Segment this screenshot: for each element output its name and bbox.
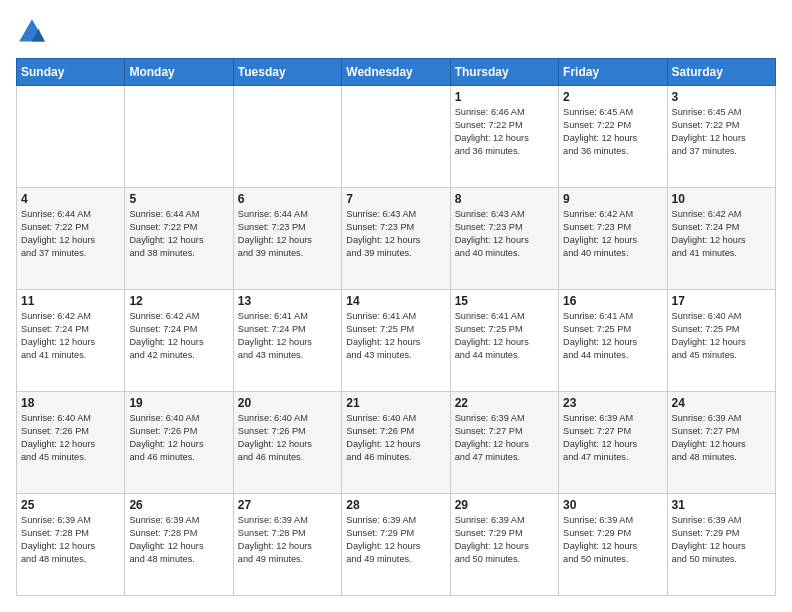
day-number: 8 bbox=[455, 192, 554, 206]
calendar-cell: 30Sunrise: 6:39 AM Sunset: 7:29 PM Dayli… bbox=[559, 494, 667, 596]
calendar-header-sunday: Sunday bbox=[17, 59, 125, 86]
day-number: 27 bbox=[238, 498, 337, 512]
day-info: Sunrise: 6:39 AM Sunset: 7:28 PM Dayligh… bbox=[129, 514, 228, 566]
day-number: 30 bbox=[563, 498, 662, 512]
day-number: 15 bbox=[455, 294, 554, 308]
day-info: Sunrise: 6:41 AM Sunset: 7:25 PM Dayligh… bbox=[346, 310, 445, 362]
day-info: Sunrise: 6:42 AM Sunset: 7:24 PM Dayligh… bbox=[21, 310, 120, 362]
day-number: 7 bbox=[346, 192, 445, 206]
day-info: Sunrise: 6:39 AM Sunset: 7:27 PM Dayligh… bbox=[455, 412, 554, 464]
calendar-week-row: 1Sunrise: 6:46 AM Sunset: 7:22 PM Daylig… bbox=[17, 86, 776, 188]
day-number: 5 bbox=[129, 192, 228, 206]
day-number: 6 bbox=[238, 192, 337, 206]
calendar-cell: 20Sunrise: 6:40 AM Sunset: 7:26 PM Dayli… bbox=[233, 392, 341, 494]
calendar-cell: 10Sunrise: 6:42 AM Sunset: 7:24 PM Dayli… bbox=[667, 188, 775, 290]
calendar-cell: 23Sunrise: 6:39 AM Sunset: 7:27 PM Dayli… bbox=[559, 392, 667, 494]
day-info: Sunrise: 6:39 AM Sunset: 7:29 PM Dayligh… bbox=[346, 514, 445, 566]
calendar-cell: 24Sunrise: 6:39 AM Sunset: 7:27 PM Dayli… bbox=[667, 392, 775, 494]
day-number: 26 bbox=[129, 498, 228, 512]
header bbox=[16, 16, 776, 48]
calendar-cell: 6Sunrise: 6:44 AM Sunset: 7:23 PM Daylig… bbox=[233, 188, 341, 290]
day-info: Sunrise: 6:44 AM Sunset: 7:22 PM Dayligh… bbox=[21, 208, 120, 260]
day-info: Sunrise: 6:39 AM Sunset: 7:29 PM Dayligh… bbox=[455, 514, 554, 566]
page: SundayMondayTuesdayWednesdayThursdayFrid… bbox=[0, 0, 792, 612]
day-info: Sunrise: 6:42 AM Sunset: 7:24 PM Dayligh… bbox=[672, 208, 771, 260]
calendar-week-row: 25Sunrise: 6:39 AM Sunset: 7:28 PM Dayli… bbox=[17, 494, 776, 596]
calendar-cell: 17Sunrise: 6:40 AM Sunset: 7:25 PM Dayli… bbox=[667, 290, 775, 392]
logo-icon bbox=[16, 16, 48, 48]
calendar-cell: 3Sunrise: 6:45 AM Sunset: 7:22 PM Daylig… bbox=[667, 86, 775, 188]
day-number: 31 bbox=[672, 498, 771, 512]
day-info: Sunrise: 6:45 AM Sunset: 7:22 PM Dayligh… bbox=[563, 106, 662, 158]
day-number: 23 bbox=[563, 396, 662, 410]
calendar-cell: 7Sunrise: 6:43 AM Sunset: 7:23 PM Daylig… bbox=[342, 188, 450, 290]
calendar-cell: 28Sunrise: 6:39 AM Sunset: 7:29 PM Dayli… bbox=[342, 494, 450, 596]
day-number: 25 bbox=[21, 498, 120, 512]
calendar-cell: 1Sunrise: 6:46 AM Sunset: 7:22 PM Daylig… bbox=[450, 86, 558, 188]
day-number: 22 bbox=[455, 396, 554, 410]
calendar-cell bbox=[125, 86, 233, 188]
calendar-cell: 31Sunrise: 6:39 AM Sunset: 7:29 PM Dayli… bbox=[667, 494, 775, 596]
calendar-cell bbox=[17, 86, 125, 188]
day-info: Sunrise: 6:39 AM Sunset: 7:28 PM Dayligh… bbox=[21, 514, 120, 566]
calendar-cell: 9Sunrise: 6:42 AM Sunset: 7:23 PM Daylig… bbox=[559, 188, 667, 290]
day-number: 2 bbox=[563, 90, 662, 104]
calendar-cell: 19Sunrise: 6:40 AM Sunset: 7:26 PM Dayli… bbox=[125, 392, 233, 494]
day-number: 10 bbox=[672, 192, 771, 206]
day-info: Sunrise: 6:39 AM Sunset: 7:27 PM Dayligh… bbox=[563, 412, 662, 464]
day-info: Sunrise: 6:42 AM Sunset: 7:24 PM Dayligh… bbox=[129, 310, 228, 362]
calendar-cell bbox=[342, 86, 450, 188]
day-number: 1 bbox=[455, 90, 554, 104]
day-number: 4 bbox=[21, 192, 120, 206]
day-info: Sunrise: 6:42 AM Sunset: 7:23 PM Dayligh… bbox=[563, 208, 662, 260]
day-number: 18 bbox=[21, 396, 120, 410]
calendar-cell: 2Sunrise: 6:45 AM Sunset: 7:22 PM Daylig… bbox=[559, 86, 667, 188]
day-info: Sunrise: 6:41 AM Sunset: 7:25 PM Dayligh… bbox=[455, 310, 554, 362]
day-info: Sunrise: 6:43 AM Sunset: 7:23 PM Dayligh… bbox=[346, 208, 445, 260]
day-number: 14 bbox=[346, 294, 445, 308]
day-info: Sunrise: 6:40 AM Sunset: 7:26 PM Dayligh… bbox=[21, 412, 120, 464]
day-number: 13 bbox=[238, 294, 337, 308]
calendar-header-monday: Monday bbox=[125, 59, 233, 86]
day-info: Sunrise: 6:39 AM Sunset: 7:29 PM Dayligh… bbox=[563, 514, 662, 566]
calendar: SundayMondayTuesdayWednesdayThursdayFrid… bbox=[16, 58, 776, 596]
calendar-header-thursday: Thursday bbox=[450, 59, 558, 86]
calendar-week-row: 11Sunrise: 6:42 AM Sunset: 7:24 PM Dayli… bbox=[17, 290, 776, 392]
calendar-cell: 4Sunrise: 6:44 AM Sunset: 7:22 PM Daylig… bbox=[17, 188, 125, 290]
calendar-cell: 16Sunrise: 6:41 AM Sunset: 7:25 PM Dayli… bbox=[559, 290, 667, 392]
day-info: Sunrise: 6:40 AM Sunset: 7:26 PM Dayligh… bbox=[129, 412, 228, 464]
calendar-header-saturday: Saturday bbox=[667, 59, 775, 86]
day-info: Sunrise: 6:40 AM Sunset: 7:26 PM Dayligh… bbox=[346, 412, 445, 464]
calendar-cell: 8Sunrise: 6:43 AM Sunset: 7:23 PM Daylig… bbox=[450, 188, 558, 290]
calendar-cell: 11Sunrise: 6:42 AM Sunset: 7:24 PM Dayli… bbox=[17, 290, 125, 392]
day-number: 24 bbox=[672, 396, 771, 410]
calendar-cell: 12Sunrise: 6:42 AM Sunset: 7:24 PM Dayli… bbox=[125, 290, 233, 392]
day-number: 19 bbox=[129, 396, 228, 410]
day-info: Sunrise: 6:41 AM Sunset: 7:24 PM Dayligh… bbox=[238, 310, 337, 362]
day-info: Sunrise: 6:41 AM Sunset: 7:25 PM Dayligh… bbox=[563, 310, 662, 362]
calendar-cell: 5Sunrise: 6:44 AM Sunset: 7:22 PM Daylig… bbox=[125, 188, 233, 290]
day-info: Sunrise: 6:44 AM Sunset: 7:23 PM Dayligh… bbox=[238, 208, 337, 260]
calendar-week-row: 18Sunrise: 6:40 AM Sunset: 7:26 PM Dayli… bbox=[17, 392, 776, 494]
day-number: 9 bbox=[563, 192, 662, 206]
day-number: 17 bbox=[672, 294, 771, 308]
calendar-week-row: 4Sunrise: 6:44 AM Sunset: 7:22 PM Daylig… bbox=[17, 188, 776, 290]
calendar-cell: 18Sunrise: 6:40 AM Sunset: 7:26 PM Dayli… bbox=[17, 392, 125, 494]
calendar-cell bbox=[233, 86, 341, 188]
calendar-cell: 27Sunrise: 6:39 AM Sunset: 7:28 PM Dayli… bbox=[233, 494, 341, 596]
day-info: Sunrise: 6:44 AM Sunset: 7:22 PM Dayligh… bbox=[129, 208, 228, 260]
calendar-header-wednesday: Wednesday bbox=[342, 59, 450, 86]
calendar-cell: 26Sunrise: 6:39 AM Sunset: 7:28 PM Dayli… bbox=[125, 494, 233, 596]
calendar-cell: 14Sunrise: 6:41 AM Sunset: 7:25 PM Dayli… bbox=[342, 290, 450, 392]
logo bbox=[16, 16, 50, 48]
day-number: 11 bbox=[21, 294, 120, 308]
day-info: Sunrise: 6:39 AM Sunset: 7:27 PM Dayligh… bbox=[672, 412, 771, 464]
day-number: 20 bbox=[238, 396, 337, 410]
calendar-header-friday: Friday bbox=[559, 59, 667, 86]
day-info: Sunrise: 6:46 AM Sunset: 7:22 PM Dayligh… bbox=[455, 106, 554, 158]
calendar-cell: 21Sunrise: 6:40 AM Sunset: 7:26 PM Dayli… bbox=[342, 392, 450, 494]
day-info: Sunrise: 6:43 AM Sunset: 7:23 PM Dayligh… bbox=[455, 208, 554, 260]
day-number: 21 bbox=[346, 396, 445, 410]
day-info: Sunrise: 6:40 AM Sunset: 7:25 PM Dayligh… bbox=[672, 310, 771, 362]
calendar-header-row: SundayMondayTuesdayWednesdayThursdayFrid… bbox=[17, 59, 776, 86]
